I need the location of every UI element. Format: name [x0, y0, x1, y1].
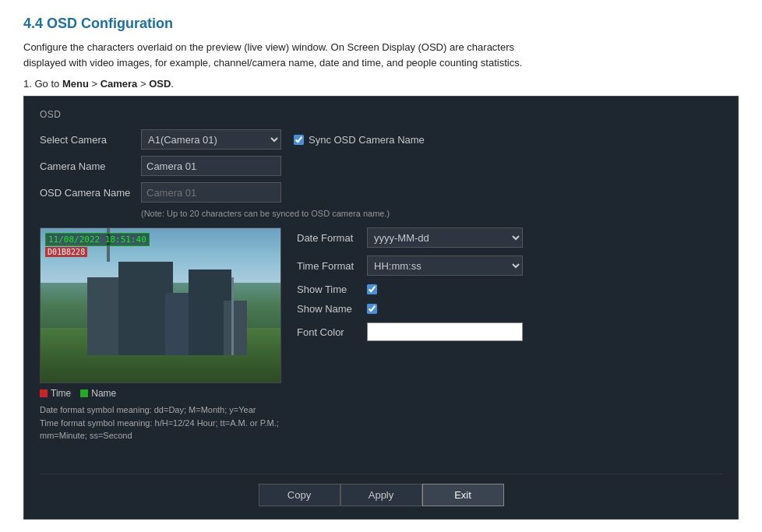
osd-camera-name-input[interactable]	[141, 182, 281, 203]
select-camera-row: Select Camera A1(Camera 01) Sync OSD Cam…	[40, 129, 722, 150]
building-5	[224, 301, 247, 355]
legend-name: Name	[80, 388, 116, 399]
date-format-select[interactable]: yyyy-MM-dd MM/dd/yyyy dd/MM/yyyy	[367, 227, 523, 248]
apply-button[interactable]: Apply	[340, 484, 422, 506]
select-camera-dropdown[interactable]: A1(Camera 01)	[141, 129, 281, 150]
main-content-area: 11/08/2022 18:51:40 D01B8228 Time Name D…	[40, 227, 722, 442]
time-format-select[interactable]: HH:mm:ss hh:mm:ss tt	[367, 255, 523, 276]
show-name-label: Show Name	[297, 303, 367, 315]
exit-button[interactable]: Exit	[422, 484, 504, 506]
camera-name-input[interactable]	[141, 156, 281, 176]
sync-row: Sync OSD Camera Name	[294, 134, 425, 146]
copy-button[interactable]: Copy	[259, 484, 340, 506]
camera-preview: 11/08/2022 18:51:40 D01B8228	[40, 227, 281, 383]
step1-text: 1. Go to Menu > Camera > OSD.	[23, 78, 739, 90]
preview-area: 11/08/2022 18:51:40 D01B8228 Time Name D…	[40, 227, 281, 442]
osd-panel-title: OSD	[40, 109, 722, 120]
date-format-label: Date Format	[297, 232, 367, 244]
show-time-row: Show Time	[297, 284, 722, 295]
osd-camera-name-row: OSD Camera Name	[40, 182, 722, 203]
osd-id-overlay: D01B8228	[45, 247, 87, 257]
date-format-row: Date Format yyyy-MM-dd MM/dd/yyyy dd/MM/…	[297, 227, 722, 248]
right-panel: Date Format yyyy-MM-dd MM/dd/yyyy dd/MM/…	[297, 227, 722, 442]
legend-time-label: Time	[51, 388, 71, 399]
note-text: (Note: Up to 20 characters can be synced…	[141, 209, 722, 218]
time-format-row: Time Format HH:mm:ss hh:mm:ss tt	[297, 255, 722, 276]
page-title: 4.4 OSD Configuration	[23, 16, 739, 32]
time-format-label: Time Format	[297, 260, 367, 272]
show-name-row: Show Name	[297, 303, 722, 315]
show-time-label: Show Time	[297, 284, 367, 295]
camera-name-row: Camera Name	[40, 156, 722, 176]
sync-checkbox[interactable]	[294, 135, 304, 145]
osd-camera-name-label: OSD Camera Name	[40, 187, 141, 199]
pole	[231, 277, 234, 355]
osd-panel: OSD Select Camera A1(Camera 01) Sync OSD…	[23, 96, 739, 520]
intro-paragraph: Configure the characters overlaid on the…	[23, 40, 739, 70]
legend-name-dot	[80, 389, 88, 397]
font-color-row: Font Color	[297, 322, 722, 341]
hint-text: Date format symbol meaning: dd=Day; M=Mo…	[40, 403, 281, 442]
legend-row: Time Name	[40, 388, 281, 399]
legend-time-dot	[40, 389, 48, 397]
sync-label: Sync OSD Camera Name	[309, 134, 425, 146]
osd-time-overlay: 11/08/2022 18:51:40	[45, 233, 150, 246]
legend-name-label: Name	[91, 388, 116, 399]
select-camera-label: Select Camera	[40, 134, 141, 146]
camera-name-label: Camera Name	[40, 160, 141, 172]
font-color-label: Font Color	[297, 326, 367, 338]
font-color-picker[interactable]	[367, 322, 523, 341]
show-time-checkbox[interactable]	[367, 284, 377, 294]
show-name-checkbox[interactable]	[367, 304, 377, 314]
button-row: Copy Apply Exit	[40, 474, 722, 506]
legend-time: Time	[40, 388, 71, 399]
